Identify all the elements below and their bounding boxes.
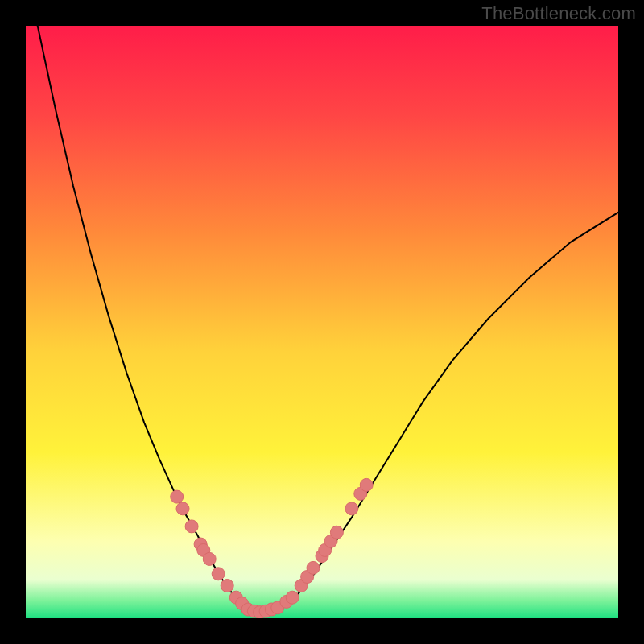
curve-marker bbox=[330, 526, 343, 539]
gradient-background bbox=[26, 26, 618, 618]
chart-frame: TheBottleneck.com bbox=[0, 0, 644, 644]
curve-marker bbox=[345, 502, 358, 515]
curve-marker bbox=[286, 591, 299, 604]
curve-marker bbox=[203, 552, 216, 565]
curve-marker bbox=[221, 580, 233, 592]
curve-marker bbox=[171, 490, 184, 503]
curve-marker bbox=[360, 478, 373, 491]
curve-marker bbox=[307, 561, 320, 574]
watermark-text: TheBottleneck.com bbox=[481, 3, 636, 24]
curve-marker bbox=[212, 568, 225, 580]
plot-area bbox=[26, 26, 618, 618]
curve-marker bbox=[176, 502, 189, 515]
curve-marker bbox=[185, 520, 198, 533]
chart-svg bbox=[26, 26, 618, 618]
